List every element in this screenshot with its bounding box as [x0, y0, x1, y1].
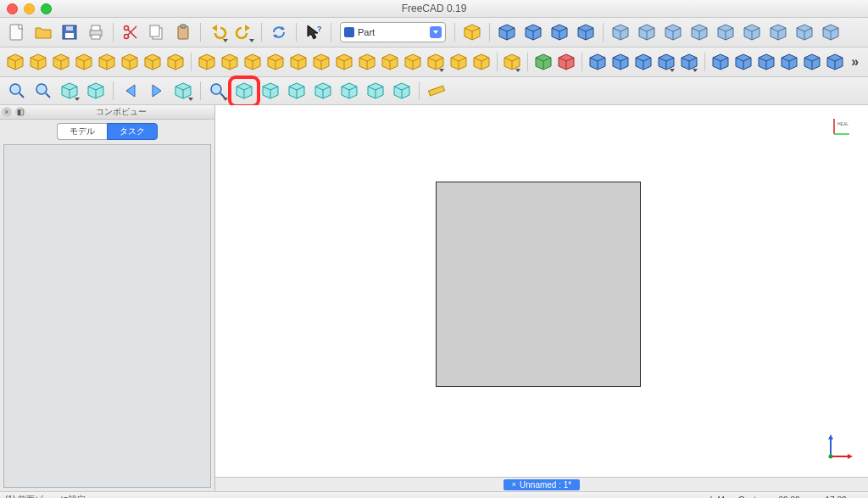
link8-icon [795, 23, 814, 42]
measure-ang-button[interactable] [733, 50, 754, 74]
part-extrude-button[interactable] [460, 20, 484, 44]
measure-refresh-button[interactable] [756, 50, 776, 74]
fillet-button[interactable] [265, 50, 286, 74]
whats-this-button[interactable] [302, 20, 326, 44]
bbox-button[interactable] [84, 79, 108, 103]
prim-prims-button[interactable] [142, 50, 163, 74]
panel-undock-icon[interactable]: ◧ [15, 107, 25, 117]
bool-cut-button[interactable] [587, 50, 608, 74]
cross-icon [403, 53, 422, 71]
join-conn-button[interactable] [656, 50, 676, 74]
refresh-button[interactable] [267, 20, 291, 44]
split-button[interactable] [679, 50, 699, 74]
link-select-button[interactable] [819, 20, 843, 44]
view-left-button[interactable] [390, 79, 414, 103]
combo-view-title: コンボビュー [27, 106, 214, 118]
ruled-button[interactable] [311, 50, 331, 74]
measure-tog3d-button[interactable] [825, 50, 845, 74]
defeature-button[interactable] [556, 50, 576, 74]
view-rear-button[interactable] [337, 79, 361, 103]
copy-button[interactable] [145, 20, 169, 44]
macro-folder-button[interactable] [495, 20, 519, 44]
view-front-button[interactable] [259, 79, 282, 103]
macro-rec-button[interactable] [548, 20, 571, 44]
link-make-button[interactable] [609, 20, 632, 44]
panel-close-icon[interactable]: × [2, 107, 12, 117]
tab-model[interactable]: モデル [57, 123, 107, 140]
macro-edit-button[interactable] [521, 20, 545, 44]
prim-torus-button[interactable] [97, 50, 117, 74]
cut-button[interactable] [119, 20, 142, 44]
nav-style-indicator[interactable]: MayaGesture [707, 495, 769, 499]
clipboard-icon [174, 23, 192, 42]
prim-builder-button[interactable] [165, 50, 186, 74]
link-nav-back-button[interactable] [766, 20, 790, 44]
undo-button[interactable] [206, 20, 230, 44]
part-front-face[interactable] [436, 182, 641, 387]
view-top-button[interactable] [285, 79, 309, 103]
view-iso-button[interactable] [232, 79, 256, 103]
bbox-icon [86, 81, 105, 100]
bool-common-button[interactable] [633, 50, 654, 74]
sweep-button[interactable] [357, 50, 377, 74]
prim-cyl-button[interactable] [28, 50, 48, 74]
mirror-button[interactable] [242, 50, 263, 74]
print-button[interactable] [84, 20, 108, 44]
link-unlink-button[interactable] [687, 20, 711, 44]
dropdown-arrow-icon [188, 98, 193, 101]
tab-task[interactable]: タスク [107, 123, 158, 140]
link-replace-button[interactable] [661, 20, 685, 44]
redo-button[interactable] [232, 20, 256, 44]
fit-all-button[interactable] [5, 79, 29, 103]
measure-lin-button[interactable] [710, 50, 731, 74]
new-doc-button[interactable] [5, 20, 29, 44]
file-icon [8, 23, 26, 42]
dropdown-arrow-icon [223, 39, 228, 42]
extrude-button[interactable] [197, 50, 217, 74]
bool-fuse-button[interactable] [610, 50, 631, 74]
macro-run-button[interactable] [574, 20, 598, 44]
nav-back-button[interactable] [119, 79, 142, 103]
proj-button[interactable] [471, 50, 492, 74]
zoom-in-button[interactable] [206, 79, 230, 103]
close-icon[interactable]: × [512, 480, 516, 489]
link-nav-fwd-button[interactable] [793, 20, 816, 44]
link-make-rel-button[interactable] [635, 20, 659, 44]
document-tab-label: Unnamed : 1* [520, 480, 571, 490]
prim-cone-button[interactable] [74, 50, 94, 74]
fit-sel-button[interactable] [31, 79, 55, 103]
chamfer-button[interactable] [288, 50, 309, 74]
section-icon [381, 53, 399, 71]
separator [497, 53, 498, 71]
bool-comp-button[interactable] [502, 50, 522, 74]
prim-tube-button[interactable] [120, 50, 140, 74]
nav-fwd-button[interactable] [145, 79, 169, 103]
toolbar-overflow-button[interactable]: » [848, 50, 863, 74]
prim-box-button[interactable] [5, 50, 25, 74]
section-button[interactable] [380, 50, 400, 74]
open-doc-button[interactable] [31, 20, 55, 44]
link-import-button[interactable] [714, 20, 737, 44]
measure-clear-button[interactable] [779, 50, 799, 74]
projection-icon [472, 53, 491, 71]
draw-as-button[interactable] [58, 79, 81, 103]
measure-tog-button[interactable] [802, 50, 822, 74]
link-go-button[interactable] [171, 79, 195, 103]
check-icon [534, 53, 553, 71]
3d-view[interactable]: HEAL [215, 105, 868, 477]
cross-button[interactable] [403, 50, 423, 74]
workbench-selector[interactable]: Part [340, 22, 446, 42]
save-doc-button[interactable] [58, 20, 81, 44]
check-button[interactable] [533, 50, 554, 74]
revolve-button[interactable] [220, 50, 240, 74]
view-right-button[interactable] [311, 79, 335, 103]
thickness-button[interactable] [448, 50, 469, 74]
document-tab[interactable]: × Unnamed : 1* [504, 479, 580, 490]
measure-button[interactable] [425, 79, 448, 103]
link-import-all-button[interactable] [740, 20, 764, 44]
offset3d-button[interactable] [426, 50, 446, 74]
view-bottom-button[interactable] [364, 79, 387, 103]
prim-sphere-button[interactable] [51, 50, 71, 74]
paste-button[interactable] [171, 20, 195, 44]
loft-button[interactable] [334, 50, 354, 74]
